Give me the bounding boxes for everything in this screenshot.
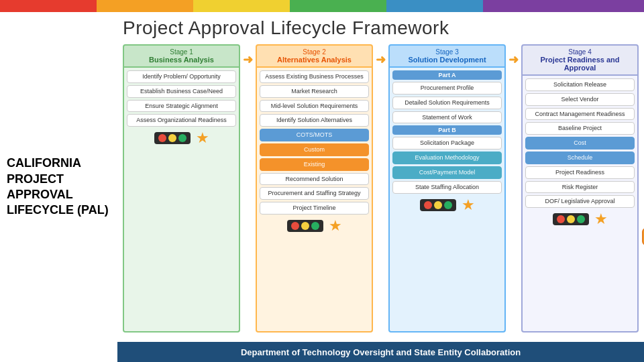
stage-1-name: Business Analysis bbox=[125, 56, 237, 64]
stage3-item-a3: Statement of Work bbox=[392, 111, 502, 124]
traffic-red-1 bbox=[158, 134, 166, 142]
stage-4-footer: ★ bbox=[525, 210, 635, 228]
stage-4-col: Stage 4 Project Readiness and Approval S… bbox=[521, 44, 639, 333]
traffic-yellow-1 bbox=[168, 134, 176, 142]
stage-1-body: Identify Problem/ Opportunity Establish … bbox=[123, 68, 240, 333]
stage1-item-4: Assess Organizational Readiness bbox=[127, 114, 236, 127]
stage4-item-9: DOF/ Legislative Approval bbox=[525, 195, 635, 208]
traffic-green-1 bbox=[178, 134, 186, 142]
stage2-existing: Existing bbox=[260, 158, 369, 171]
arrow-1-2: ➜ bbox=[243, 44, 253, 333]
stage-2-star: ★ bbox=[329, 217, 342, 235]
stage1-item-3: Ensure Strategic Alignment bbox=[127, 100, 236, 113]
stage2-item-8: Recommend Solution bbox=[260, 173, 369, 186]
stage-2-traffic bbox=[287, 220, 323, 232]
stage-1-number: Stage 1 bbox=[125, 48, 237, 56]
traffic-green-2 bbox=[311, 222, 319, 230]
stage-4-traffic bbox=[553, 213, 589, 225]
stage3-item-b4: State Staffing Allocation bbox=[392, 181, 502, 194]
stage-1-col: Stage 1 Business Analysis Identify Probl… bbox=[123, 44, 240, 333]
stage1-item-1: Identify Problem/ Opportunity bbox=[127, 70, 236, 83]
traffic-red-3 bbox=[424, 201, 432, 209]
arrow-3-4: ➜ bbox=[508, 44, 519, 333]
stage2-item-10: Project Timeline bbox=[260, 202, 369, 215]
stage-3-body: Part A Procurement Profile Detailed Solu… bbox=[388, 68, 506, 333]
content-area: CALIFORNIA PROJECT APPROVAL LIFECYCLE (P… bbox=[0, 12, 644, 362]
stage-3-footer: ★ bbox=[392, 196, 502, 214]
stage-3-traffic bbox=[420, 199, 456, 211]
stage-1-footer: ★ bbox=[127, 129, 236, 147]
stage2-item-3: Mid-level Solution Requirements bbox=[260, 100, 369, 113]
arrow-icon-3: ➜ bbox=[508, 54, 519, 66]
stage4-item-1: Solicitation Release bbox=[525, 78, 635, 91]
stage2-item-2: Market Research bbox=[260, 85, 369, 98]
stage2-item-1: Assess Existing Business Processes bbox=[260, 70, 369, 83]
arrow-2-3: ➜ bbox=[376, 44, 386, 333]
stage-2-header: Stage 2 Alternatives Analysis bbox=[256, 44, 373, 68]
traffic-red-2 bbox=[291, 222, 299, 230]
stage4-item-2: Select Vendor bbox=[525, 93, 635, 106]
page-title: Project Approval Lifecycle Framework bbox=[123, 17, 639, 39]
stage-1-traffic bbox=[154, 132, 191, 144]
stage2-item-4: Identify Solution Alternatives bbox=[260, 114, 369, 127]
stage-4-body: Solicitation Release Select Vendor Contr… bbox=[521, 76, 639, 333]
sidebar-title: CALIFORNIA PROJECT APPROVAL LIFECYCLE (P… bbox=[7, 156, 111, 219]
left-sidebar: CALIFORNIA PROJECT APPROVAL LIFECYCLE (P… bbox=[0, 12, 117, 362]
stage-2-body: Assess Existing Business Processes Marke… bbox=[256, 68, 373, 333]
stage-4-number: Stage 4 bbox=[524, 48, 636, 56]
stage3-part-a-label: Part A bbox=[392, 70, 502, 80]
page-wrapper: CALIFORNIA PROJECT APPROVAL LIFECYCLE (P… bbox=[0, 0, 644, 362]
main-content: Project Approval Lifecycle Framework Sta… bbox=[117, 12, 644, 362]
traffic-green-4 bbox=[577, 215, 585, 223]
stage4-cost: Cost bbox=[525, 137, 635, 149]
stage-3-col: Stage 3 Solution Development Part A Proc… bbox=[388, 44, 506, 333]
stage3-item-b1: Solicitation Package bbox=[392, 137, 502, 149]
stage-4-name: Project Readiness and Approval bbox=[524, 56, 636, 72]
stage2-item-9: Procurement and Staffing Strategy bbox=[260, 187, 369, 200]
stage4-item-7: Project Readiness bbox=[525, 166, 635, 179]
traffic-yellow-4 bbox=[567, 215, 575, 223]
stage4-schedule: Schedule bbox=[525, 152, 635, 164]
arrow-icon-1: ➜ bbox=[243, 54, 253, 66]
stage-1-header: Stage 1 Business Analysis bbox=[123, 44, 240, 68]
stage-4-star: ★ bbox=[594, 210, 608, 228]
traffic-yellow-2 bbox=[301, 222, 309, 230]
framework: Stage 1 Business Analysis Identify Probl… bbox=[123, 44, 639, 333]
stage-3-star: ★ bbox=[462, 196, 475, 214]
stage-3-name: Solution Development bbox=[391, 56, 503, 64]
stage3-cost-payment: Cost/Payment Model bbox=[392, 166, 502, 179]
arrow-icon-2: ➜ bbox=[376, 54, 386, 66]
stage3-eval-method: Evaluation Methodology bbox=[392, 152, 502, 164]
stage4-item-4: Baseline Project bbox=[525, 122, 635, 135]
bottom-bar: Department of Technology Oversight and S… bbox=[117, 342, 644, 362]
stage-2-col: Stage 2 Alternatives Analysis Assess Exi… bbox=[256, 44, 373, 333]
stage-3-header: Stage 3 Solution Development bbox=[388, 44, 506, 68]
stage4-item-8: Risk Register bbox=[525, 181, 635, 194]
stage2-custom: Custom bbox=[260, 143, 369, 156]
stage-2-footer: ★ bbox=[260, 217, 369, 235]
stage-2-name: Alternatives Analysis bbox=[258, 56, 370, 64]
stage3-item-a2: Detailed Solution Requirements bbox=[392, 97, 502, 109]
stage1-item-2: Establish Business Case/Need bbox=[127, 85, 236, 98]
stage3-part-b-label: Part B bbox=[392, 125, 502, 135]
stage3-item-a1: Procurement Profile bbox=[392, 82, 502, 95]
stage-3-number: Stage 3 bbox=[391, 48, 503, 56]
traffic-yellow-3 bbox=[434, 201, 442, 209]
rainbow-bar bbox=[0, 0, 644, 12]
stage-4-header: Stage 4 Project Readiness and Approval bbox=[521, 44, 639, 76]
traffic-red-4 bbox=[557, 215, 565, 223]
stage-2-number: Stage 2 bbox=[258, 48, 370, 56]
stage-1-star: ★ bbox=[196, 129, 209, 147]
bottom-bar-text: Department of Technology Oversight and S… bbox=[241, 347, 521, 357]
stage2-cots-mots: COTS/MOTS bbox=[260, 129, 369, 141]
traffic-green-3 bbox=[444, 201, 452, 209]
stage4-item-3: Contract Management Readiness bbox=[525, 108, 635, 121]
